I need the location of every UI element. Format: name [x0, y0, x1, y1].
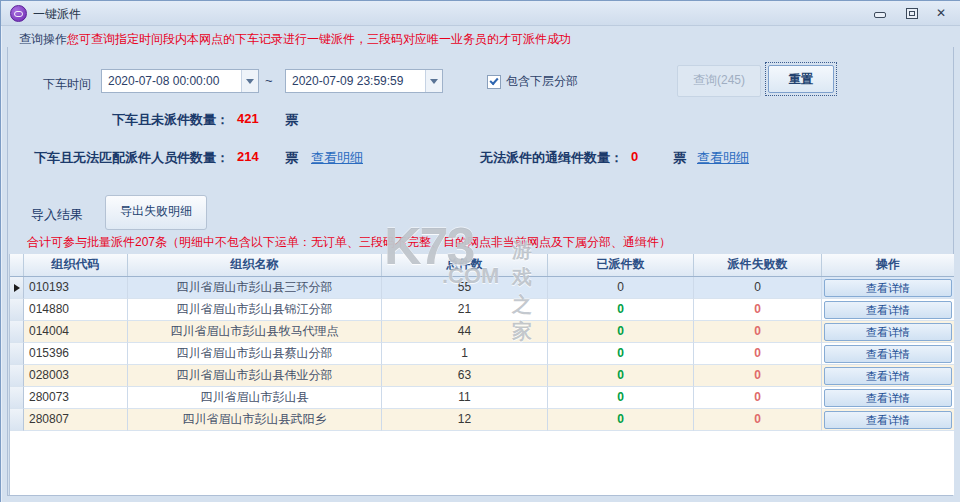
- tab-query-operation[interactable]: 查询操作: [11, 29, 75, 50]
- table-row[interactable]: 280807 四川省眉山市彭山县武阳乡 12 0 0 查看详情: [10, 409, 954, 431]
- chevron-down-icon[interactable]: [241, 70, 258, 92]
- table-row[interactable]: 014004 四川省眉山市彭山县牧马代理点 44 0 0 查看详情: [10, 321, 954, 343]
- cell-org-code: 010193: [24, 277, 128, 299]
- cell-failed-count: 0: [694, 321, 822, 343]
- wanted-count-value: 0: [631, 149, 638, 164]
- table-header-row: 组织代码 组织名称 总件数 已派件数 派件失败数 操作: [10, 254, 954, 277]
- column-header-total[interactable]: 总件数: [382, 254, 548, 276]
- row-selector[interactable]: [10, 365, 24, 387]
- view-detail-button[interactable]: 查看详情: [824, 411, 952, 429]
- cell-total-count: 44: [382, 321, 548, 343]
- unmatched-count-label: 下车且无法匹配派件人员件数量：: [21, 149, 229, 167]
- cell-action: 查看详情: [822, 343, 954, 365]
- table-row[interactable]: 010193 四川省眉山市彭山县三环分部 55 0 0 查看详情: [10, 277, 954, 299]
- cell-org-code: 014004: [24, 321, 128, 343]
- column-header-action: 操作: [822, 254, 954, 276]
- cell-org-name: 四川省眉山市彭山县武阳乡: [128, 409, 382, 431]
- row-selector[interactable]: [10, 277, 24, 299]
- row-selector[interactable]: [10, 343, 24, 365]
- cell-dispatched-count: 0: [548, 387, 694, 409]
- cell-action: 查看详情: [822, 277, 954, 299]
- export-failed-detail-button[interactable]: 导出失败明细: [105, 195, 207, 230]
- title-bar: 一键派件 ✕: [1, 1, 960, 26]
- summary-text: 合计可参与批量派件207条（明细中不包含以下运单：无订单、三段码不完整、目的网点…: [27, 234, 671, 251]
- unmatched-count-value: 214: [237, 149, 259, 164]
- close-icon: ✕: [936, 6, 946, 20]
- minimize-icon: [874, 12, 886, 18]
- cell-org-code: 014880: [24, 299, 128, 321]
- row-selector[interactable]: [10, 409, 24, 431]
- cell-dispatched-count: 0: [548, 343, 694, 365]
- cell-total-count: 63: [382, 365, 548, 387]
- column-header-dispatched[interactable]: 已派件数: [548, 254, 694, 276]
- cell-total-count: 1: [382, 343, 548, 365]
- column-header-code[interactable]: 组织代码: [24, 254, 128, 276]
- time-from-value: 2020-07-08 00:00:00: [108, 74, 219, 88]
- cell-dispatched-count: 0: [548, 365, 694, 387]
- cell-dispatched-count: 0: [548, 321, 694, 343]
- reset-button-focus-ring[interactable]: 重置: [765, 62, 837, 96]
- view-detail-button[interactable]: 查看详情: [824, 323, 952, 341]
- table-row[interactable]: 014880 四川省眉山市彭山县锦江分部 21 0 0 查看详情: [10, 299, 954, 321]
- cell-org-name: 四川省眉山市彭山县蔡山分部: [128, 343, 382, 365]
- notice-text: 您可查询指定时间段内本网点的下车记录进行一键派件，三段码对应唯一业务员的才可派件…: [67, 31, 571, 48]
- dispatch-result-table: 组织代码 组织名称 总件数 已派件数 派件失败数 操作 010193 四川省眉山…: [9, 254, 954, 495]
- time-to-picker[interactable]: 2020-07-09 23:59:59: [285, 69, 443, 93]
- chevron-down-icon[interactable]: [425, 70, 442, 92]
- row-selector[interactable]: [10, 387, 24, 409]
- cell-total-count: 12: [382, 409, 548, 431]
- include-sub-branch-label: 包含下层分部: [506, 73, 578, 90]
- panel-border-bottom: [7, 495, 953, 496]
- cell-org-name: 四川省眉山市彭山县伟业分部: [128, 365, 382, 387]
- row-selector[interactable]: [10, 299, 24, 321]
- cell-failed-count: 0: [694, 365, 822, 387]
- unmatched-detail-link[interactable]: 查看明细: [311, 149, 363, 167]
- query-button[interactable]: 查询(245): [677, 65, 761, 97]
- time-to-value: 2020-07-09 23:59:59: [292, 74, 403, 88]
- view-detail-button[interactable]: 查看详情: [824, 345, 952, 363]
- cell-dispatched-count: 0: [548, 277, 694, 299]
- table-body: 010193 四川省眉山市彭山县三环分部 55 0 0 查看详情 014880 …: [10, 277, 954, 431]
- maximize-button[interactable]: [903, 7, 921, 21]
- row-header-corner: [10, 254, 24, 276]
- table-row[interactable]: 015396 四川省眉山市彭山县蔡山分部 1 0 0 查看详情: [10, 343, 954, 365]
- cell-dispatched-count: 0: [548, 409, 694, 431]
- minimize-button[interactable]: [871, 7, 889, 21]
- wanted-detail-link[interactable]: 查看明细: [697, 149, 749, 167]
- cell-org-name: 四川省眉山市彭山县牧马代理点: [128, 321, 382, 343]
- cell-failed-count: 0: [694, 277, 822, 299]
- window-title: 一键派件: [33, 6, 81, 23]
- close-button[interactable]: ✕: [934, 7, 952, 21]
- view-detail-button[interactable]: 查看详情: [824, 367, 952, 385]
- column-header-failed[interactable]: 派件失败数: [694, 254, 822, 276]
- undispatched-count-value: 421: [237, 111, 259, 126]
- time-from-picker[interactable]: 2020-07-08 00:00:00: [101, 69, 259, 93]
- cell-org-name: 四川省眉山市彭山县锦江分部: [128, 299, 382, 321]
- cell-dispatched-count: 0: [548, 299, 694, 321]
- view-detail-button[interactable]: 查看详情: [824, 301, 952, 319]
- table-row[interactable]: 280073 四川省眉山市彭山县 11 0 0 查看详情: [10, 387, 954, 409]
- cell-action: 查看详情: [822, 365, 954, 387]
- undispatched-count-label: 下车且未派件数量：: [31, 111, 229, 129]
- cell-failed-count: 0: [694, 299, 822, 321]
- cell-total-count: 55: [382, 277, 548, 299]
- wanted-count-label: 无法派件的通缉件数量：: [467, 149, 623, 167]
- table-row[interactable]: 028003 四川省眉山市彭山县伟业分部 63 0 0 查看详情: [10, 365, 954, 387]
- include-sub-branch-checkbox[interactable]: 包含下层分部: [487, 73, 578, 90]
- time-range-separator: ~: [265, 73, 273, 88]
- app-icon: [10, 5, 27, 22]
- view-detail-button[interactable]: 查看详情: [824, 389, 952, 407]
- unmatched-unit: 票: [285, 149, 298, 167]
- column-header-name[interactable]: 组织名称: [128, 254, 382, 276]
- one-click-dispatch-window: 一键派件 ✕ 查询操作 您可查询指定时间段内本网点的下车记录进行一键派件，三段码…: [0, 0, 960, 502]
- undispatched-unit: 票: [285, 111, 298, 129]
- cell-action: 查看详情: [822, 321, 954, 343]
- cell-action: 查看详情: [822, 387, 954, 409]
- cell-org-code: 280073: [24, 387, 128, 409]
- row-selector[interactable]: [10, 321, 24, 343]
- view-detail-button[interactable]: 查看详情: [824, 279, 952, 297]
- cell-org-name: 四川省眉山市彭山县: [128, 387, 382, 409]
- cell-org-code: 280807: [24, 409, 128, 431]
- checkbox-checked-icon[interactable]: [487, 75, 501, 89]
- reset-button[interactable]: 重置: [768, 65, 834, 93]
